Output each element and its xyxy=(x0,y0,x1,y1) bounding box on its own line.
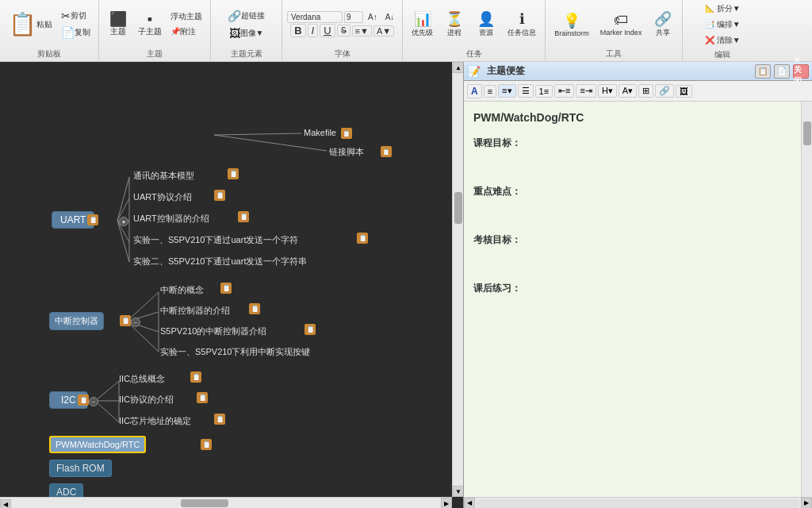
uart-child-1-note[interactable]: 📋 xyxy=(228,168,239,179)
panel-tb-align-left[interactable]: ≡▾ xyxy=(498,84,515,98)
panel-tb-font-color[interactable]: A▾ xyxy=(619,84,637,98)
uart-note[interactable]: 📋 xyxy=(87,214,98,225)
svg-line-16 xyxy=(214,135,327,151)
pwm-node[interactable]: PWM/WatchDog/RTC xyxy=(49,436,146,453)
scroll-down-arrow[interactable]: ▼ xyxy=(453,486,463,497)
scroll-up-arrow[interactable]: ▲ xyxy=(453,62,463,73)
panel-tb-indent-r[interactable]: ≡⇥ xyxy=(576,84,596,98)
i2c-note[interactable]: 📋 xyxy=(78,394,89,406)
panel-tb-a[interactable]: A xyxy=(467,84,482,98)
font-selector[interactable]: Verdana xyxy=(287,11,343,23)
panel-content[interactable]: PWM/WatchDog/RTC 课程目标： 重点难点： 考核目标： 课后练习： xyxy=(464,102,812,497)
topic-button[interactable]: ⬛ 主题 xyxy=(104,10,132,40)
panel-tb-highlight[interactable]: H▾ xyxy=(598,84,617,98)
panel-tb-indent-l[interactable]: ⇤≡ xyxy=(554,84,574,98)
panel-paste-button[interactable]: 📄 xyxy=(774,64,790,79)
taskinfo-button[interactable]: ℹ任务信息 xyxy=(504,8,540,40)
attach-button[interactable]: 📌附注 xyxy=(167,25,205,39)
i2c-child-2-note[interactable]: 📋 xyxy=(197,392,208,403)
panel-tb-table[interactable]: ⊞ xyxy=(638,84,653,98)
panel-copy-button[interactable]: 📋 xyxy=(755,64,771,79)
i2c-child-1[interactable]: IIC总线概念 xyxy=(119,373,165,385)
cut-button[interactable]: ✂ 剪切 xyxy=(58,8,94,24)
progress-button[interactable]: ⏳进程 xyxy=(440,8,469,40)
int-child-1-note[interactable]: 📋 xyxy=(220,283,232,294)
mindmap-area[interactable]: Makefile 📋 链接脚本 📋 UART 📋 ● 通讯的基本模型 📋 UAR… xyxy=(0,62,463,508)
interrupt-note[interactable]: 📋 xyxy=(120,315,131,326)
uart-child-4[interactable]: 实验一、S5PV210下通过uart发送一个字符 xyxy=(133,234,298,246)
panel-section-4-label: 课后练习： xyxy=(473,282,802,295)
mindmap-scrollbar-v[interactable]: ▲ ▼ xyxy=(452,62,463,497)
panel-tb-image[interactable]: 🖼 xyxy=(676,85,692,98)
underline-button[interactable]: U xyxy=(320,24,335,37)
paste-button[interactable]: 📋 粘贴 xyxy=(5,11,56,38)
share-button[interactable]: 🔗共享 xyxy=(649,8,677,40)
uart-child-3-note[interactable]: 📋 xyxy=(238,211,249,222)
i2c-child-1-note[interactable]: 📋 xyxy=(190,371,201,383)
panel-tb-align-center[interactable]: ≡ xyxy=(484,85,496,98)
strikethrough-button[interactable]: S̶ xyxy=(337,25,350,37)
subtopic-button[interactable]: ▪ 子主题 xyxy=(134,10,166,40)
clipboard-label: 剪贴板 xyxy=(37,47,61,60)
uart-child-3[interactable]: UART控制器的介绍 xyxy=(133,213,209,225)
panel-scroll-thumb[interactable] xyxy=(803,121,811,145)
i2c-child-2[interactable]: IIC协议的介绍 xyxy=(119,394,174,406)
link-node[interactable]: 链接脚本 xyxy=(329,146,364,158)
panel-tb-link[interactable]: 🔗 xyxy=(655,84,674,98)
panel-scroll-left[interactable]: ◀ xyxy=(464,498,475,509)
text-align-button[interactable]: ≡▼ xyxy=(352,25,372,37)
uart-child-2-note[interactable]: 📋 xyxy=(214,190,225,201)
interrupt-collapse[interactable]: − xyxy=(131,318,140,327)
bold-button[interactable]: B xyxy=(290,24,305,37)
hyperlink-button[interactable]: 🔗 超链接 xyxy=(224,8,268,24)
clear-button[interactable]: ❌ 清除▼ xyxy=(702,33,744,48)
fold-button[interactable]: 📐 折分▼ xyxy=(702,2,744,16)
int-child-3-note[interactable]: 📋 xyxy=(304,324,316,335)
brainstorm-button[interactable]: 💡Brainstorm xyxy=(550,10,593,40)
copy-button[interactable]: 📄 复制 xyxy=(58,25,94,40)
mindmap-scrollbar-h[interactable]: ◀ ▶ xyxy=(0,497,452,508)
i2c-collapse[interactable]: − xyxy=(89,397,98,406)
svg-line-9 xyxy=(127,321,159,352)
i2c-child-3-note[interactable]: 📋 xyxy=(214,414,225,425)
link-note[interactable]: 📋 xyxy=(381,146,392,157)
pwm-note[interactable]: 📋 xyxy=(201,439,212,450)
font-size-selector[interactable]: 9 xyxy=(344,11,363,23)
interrupt-node[interactable]: 中断控制器 xyxy=(49,312,104,330)
scroll-thumb-h[interactable] xyxy=(181,499,228,507)
uart-child-2[interactable]: UART协议介绍 xyxy=(133,191,192,203)
panel-tb-list-ol[interactable]: 1≡ xyxy=(535,85,553,98)
int-child-4[interactable]: 实验一、S5PV210下利用中断实现按键 xyxy=(160,346,310,358)
uart-collapse[interactable]: ● xyxy=(119,217,128,226)
int-child-2[interactable]: 中断控制器的介绍 xyxy=(160,305,230,317)
panel-topic-title: PWM/WatchDog/RTC xyxy=(473,111,802,124)
font-decrease-button[interactable]: A↓ xyxy=(382,11,398,23)
panel-scrollbar-h[interactable]: ◀ ▶ xyxy=(464,497,812,508)
panel-scroll-right[interactable]: ▶ xyxy=(801,498,812,509)
int-child-2-note[interactable]: 📋 xyxy=(249,303,260,314)
float-topic-button[interactable]: 浮动主题 xyxy=(167,10,205,24)
text-color-button[interactable]: A▼ xyxy=(373,25,394,37)
font-increase-button[interactable]: A↑ xyxy=(365,11,381,23)
int-child-1[interactable]: 中断的概念 xyxy=(160,284,204,296)
uart-child-5[interactable]: 实验二、S5PV210下通过uart发送一个字符串 xyxy=(133,256,307,267)
panel-tb-list-ul[interactable]: ☰ xyxy=(518,84,534,98)
marker-index-button[interactable]: 🏷Marker Index xyxy=(596,10,646,39)
uart-child-1[interactable]: 通讯的基本模型 xyxy=(133,170,194,182)
priority-button[interactable]: 📊优先级 xyxy=(408,8,437,40)
flash-node[interactable]: Flash ROM xyxy=(49,460,112,477)
resource-button[interactable]: 👤资源 xyxy=(472,8,500,40)
scroll-thumb-v[interactable] xyxy=(454,192,462,224)
makefile-node[interactable]: Makefile xyxy=(304,128,336,137)
image-button[interactable]: 🖼 图像▼ xyxy=(226,25,267,41)
uart-child-4-note[interactable]: 📋 xyxy=(357,233,368,244)
i2c-child-3[interactable]: IIC芯片地址的确定 xyxy=(119,415,191,427)
italic-button[interactable]: I xyxy=(308,24,319,37)
int-child-3[interactable]: S5PV210的中断控制器介绍 xyxy=(160,325,266,337)
scroll-left-arrow[interactable]: ◀ xyxy=(0,499,11,509)
panel-scrollbar-v[interactable] xyxy=(801,102,812,497)
arrange-button[interactable]: 📑 编排▼ xyxy=(702,17,744,32)
panel-close-button[interactable]: ✕ 关闭 xyxy=(793,64,809,79)
scroll-right-arrow[interactable]: ▶ xyxy=(441,498,452,508)
makefile-note[interactable]: 📋 xyxy=(341,128,352,139)
